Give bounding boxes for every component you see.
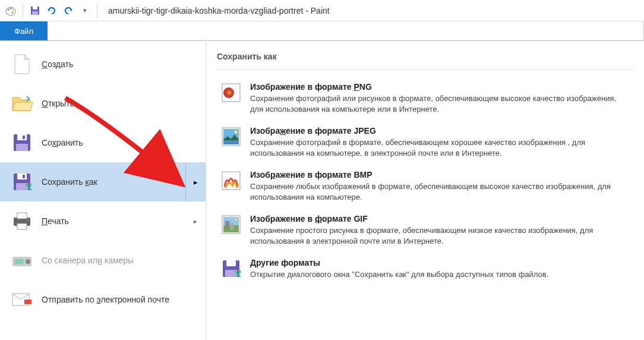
format-text: Изображение в формате PNG Сохранение фот… xyxy=(250,82,630,114)
format-desc: Сохранение любых изображений в формате, … xyxy=(250,181,630,202)
svg-rect-6 xyxy=(33,7,37,10)
svg-rect-11 xyxy=(23,136,25,139)
scanner-icon xyxy=(11,249,33,272)
format-text: Изображение в формате GIF Сохранение про… xyxy=(250,214,630,246)
format-title: Изображение в формате JPEG xyxy=(250,126,630,136)
svg-rect-36 xyxy=(225,221,229,229)
format-title: Изображение в формате PNG xyxy=(250,82,630,92)
format-text: Другие форматы Открытие диалогового окна… xyxy=(250,258,630,280)
svg-rect-37 xyxy=(230,223,233,229)
menu-item-email[interactable]: Отправить по электронной почте xyxy=(0,280,206,319)
menu-label: Сохранить как xyxy=(42,177,97,187)
format-desc: Сохранение простого рисунка в формате, о… xyxy=(250,225,630,246)
print-icon xyxy=(11,210,33,232)
svg-rect-21 xyxy=(15,259,23,264)
svg-rect-24 xyxy=(24,300,31,304)
svg-rect-10 xyxy=(16,144,28,151)
customize-qa-dropdown[interactable]: ▾ xyxy=(77,2,93,19)
undo-button[interactable] xyxy=(43,2,60,19)
svg-point-2 xyxy=(10,7,12,9)
svg-rect-7 xyxy=(32,11,38,15)
separator xyxy=(23,4,23,18)
svg-point-38 xyxy=(235,218,237,221)
window-title: amurskii-tigr-tigr-dikaia-koshka-morda-v… xyxy=(108,6,330,15)
format-item-gif[interactable]: Изображение в формате GIF Сохранение про… xyxy=(217,208,633,252)
format-item-png[interactable]: Изображение в формате PNG Сохранение фот… xyxy=(217,76,633,120)
email-icon xyxy=(11,288,33,311)
format-item-bmp[interactable]: Изображение в формате BMP Сохранение люб… xyxy=(217,164,633,208)
new-file-icon xyxy=(11,53,33,75)
svg-point-4 xyxy=(12,11,14,13)
bmp-format-icon xyxy=(220,170,242,191)
svg-point-3 xyxy=(12,8,14,10)
save-as-icon xyxy=(11,171,33,193)
svg-rect-13 xyxy=(17,174,27,180)
format-title: Изображение в формате GIF xyxy=(250,214,630,223)
file-tab-label: Файл xyxy=(14,27,33,36)
menu-label: Со сканера или камеры xyxy=(42,256,134,265)
format-desc: Сохранение фотографий или рисунков в фор… xyxy=(250,93,630,114)
file-menu: Создать Открыть Сохранить xyxy=(0,40,644,340)
svg-rect-9 xyxy=(17,134,27,140)
menu-label: Открыть xyxy=(42,99,74,108)
menu-item-save-as[interactable]: Сохранить как ▸ xyxy=(0,162,206,202)
format-item-jpeg[interactable]: Изображение в формате JPEG Сохранение фо… xyxy=(217,120,633,164)
gif-format-icon xyxy=(220,214,242,235)
submenu-arrow-icon: ▸ xyxy=(185,162,206,202)
submenu-arrow-icon: ▸ xyxy=(194,218,197,225)
svg-point-31 xyxy=(235,131,238,134)
other-format-icon xyxy=(220,258,242,279)
format-text: Изображение в формате BMP Сохранение люб… xyxy=(250,170,630,202)
paint-app-icon xyxy=(5,5,17,17)
menu-label: Печать xyxy=(42,216,69,226)
svg-point-19 xyxy=(27,219,29,221)
format-title: Другие форматы xyxy=(250,258,630,267)
svg-rect-17 xyxy=(17,213,27,219)
png-format-icon xyxy=(220,82,242,103)
svg-point-22 xyxy=(26,259,30,264)
svg-rect-29 xyxy=(223,129,239,138)
jpeg-format-icon xyxy=(220,126,242,147)
menu-label: Сохранить xyxy=(42,138,83,147)
svg-point-1 xyxy=(8,8,10,10)
save-qa-button[interactable] xyxy=(27,2,43,19)
menu-item-create[interactable]: Создать xyxy=(0,45,206,84)
format-item-other[interactable]: Другие форматы Открытие диалогового окна… xyxy=(217,252,633,286)
save-as-panel: Сохранить как Изображение в формате PNG … xyxy=(206,41,644,340)
menu-item-open[interactable]: Открыть xyxy=(0,84,206,123)
file-menu-left: Создать Открыть Сохранить xyxy=(0,41,206,340)
file-tab[interactable]: Файл xyxy=(0,21,48,40)
ribbon: Файл xyxy=(0,21,644,40)
open-folder-icon xyxy=(11,92,33,115)
format-text: Изображение в формате JPEG Сохранение фо… xyxy=(250,126,630,158)
menu-label: Создать xyxy=(42,59,73,69)
titlebar: ▾ amurskii-tigr-tigr-dikaia-koshka-morda… xyxy=(0,0,644,21)
menu-label: Отправить по электронной почте xyxy=(42,295,169,304)
menu-item-print[interactable]: Печать ▸ xyxy=(0,202,206,241)
redo-button[interactable] xyxy=(60,2,77,19)
svg-rect-18 xyxy=(17,223,27,229)
format-title: Изображение в формате BMP xyxy=(250,170,630,180)
menu-item-save[interactable]: Сохранить xyxy=(0,123,206,162)
save-icon xyxy=(11,131,33,154)
save-as-header: Сохранить как xyxy=(217,48,633,70)
svg-rect-40 xyxy=(226,260,236,266)
menu-item-scanner: Со сканера или камеры xyxy=(0,241,206,280)
separator xyxy=(97,4,97,18)
format-desc: Сохранение фотографий в формате, обеспеч… xyxy=(250,137,630,158)
ribbon-empty xyxy=(48,21,644,40)
svg-point-27 xyxy=(228,92,231,95)
svg-rect-15 xyxy=(23,175,25,178)
format-desc: Открытие диалогового окна "Сохранить как… xyxy=(250,269,630,280)
